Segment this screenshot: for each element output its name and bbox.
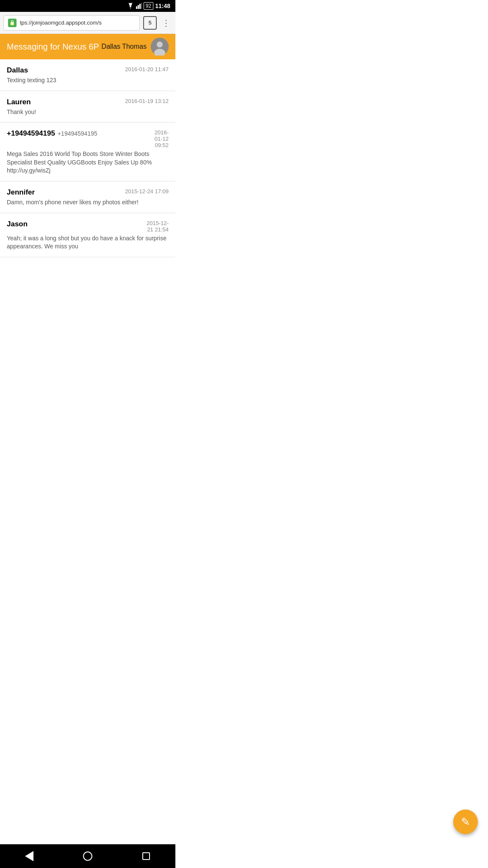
message-header: +19494594195 +19494594195 2016- 01-12 09…: [7, 129, 169, 148]
message-time: 2016- 01-12 09:52: [155, 129, 169, 148]
message-preview: Thank you!: [7, 108, 169, 117]
browser-menu-button[interactable]: ⋮: [160, 17, 172, 29]
message-header: Dallas 2016-01-20 11:47: [7, 66, 169, 75]
user-name: Dallas Thomas: [102, 43, 147, 50]
time-line3: 09:52: [155, 142, 169, 148]
battery-indicator: 92: [144, 2, 153, 10]
svg-rect-1: [138, 5, 139, 9]
lock-icon: [8, 19, 17, 27]
message-time: 2015-12- 21 21:54: [147, 220, 169, 233]
browser-bar: tps://joinjoaomgcd.appspot.com/s 5 ⋮: [0, 12, 175, 34]
svg-point-5: [157, 42, 163, 47]
message-item[interactable]: Jennifer 2015-12-24 17:09 Damn, mom's ph…: [0, 181, 175, 213]
svg-rect-3: [141, 3, 142, 9]
contact-name: Jason: [7, 220, 28, 228]
message-preview: Damn, mom's phone never likes my photos …: [7, 198, 169, 207]
contact-name-row: Jennifer: [7, 188, 35, 197]
url-box[interactable]: tps://joinjoaomgcd.appspot.com/s: [3, 15, 140, 31]
contact-name-row: Lauren: [7, 98, 31, 106]
contact-name-row: Dallas: [7, 66, 28, 75]
url-text: tps://joinjoaomgcd.appspot.com/s: [20, 19, 102, 26]
app-header: Messaging for Nexus 6P Dallas Thomas: [0, 34, 175, 59]
user-info: Dallas Thomas: [102, 38, 169, 56]
tab-count[interactable]: 5: [143, 16, 157, 30]
status-icons: 92 11:48: [127, 2, 170, 10]
message-item[interactable]: +19494594195 +19494594195 2016- 01-12 09…: [0, 122, 175, 181]
svg-rect-2: [139, 4, 141, 9]
time-line2: 01-12: [155, 136, 169, 142]
wifi-icon: [127, 3, 134, 9]
message-preview: Yeah; it was a long shot but you do have…: [7, 234, 169, 251]
status-bar: 92 11:48: [0, 0, 175, 12]
message-time: 2016-01-20 11:47: [125, 66, 169, 72]
svg-rect-0: [136, 6, 137, 9]
signal-icon: [136, 3, 142, 9]
contact-name: Lauren: [7, 98, 31, 106]
message-header: Lauren 2016-01-19 13:12: [7, 98, 169, 106]
contact-name: Jennifer: [7, 188, 35, 197]
avatar-image: [151, 38, 169, 56]
time-line1: 2015-12-: [147, 220, 169, 226]
time-line1: 2016-: [155, 129, 169, 136]
contact-name-row: Jason: [7, 220, 28, 228]
app-title: Messaging for Nexus 6P: [7, 42, 99, 52]
message-item[interactable]: Jason 2015-12- 21 21:54 Yeah; it was a l…: [0, 213, 175, 257]
message-time: 2016-01-19 13:12: [125, 98, 169, 104]
contact-name: Dallas: [7, 66, 28, 75]
message-list: Dallas 2016-01-20 11:47 Texting texting …: [0, 59, 175, 257]
contact-name-row: +19494594195 +19494594195: [7, 129, 97, 138]
message-header: Jason 2015-12- 21 21:54: [7, 220, 169, 233]
message-preview: Mega Sales 2016 World Top Boots Store Wi…: [7, 150, 169, 175]
time-line2: 21 21:54: [147, 226, 169, 233]
message-item[interactable]: Lauren 2016-01-19 13:12 Thank you!: [0, 91, 175, 123]
message-header: Jennifer 2015-12-24 17:09: [7, 188, 169, 197]
message-item[interactable]: Dallas 2016-01-20 11:47 Texting texting …: [0, 59, 175, 91]
contact-name: +19494594195: [7, 129, 55, 138]
status-time: 11:48: [155, 3, 170, 9]
contact-number: +19494594195: [58, 130, 97, 137]
avatar: [151, 38, 169, 56]
message-preview: Texting texting 123: [7, 76, 169, 85]
message-time: 2015-12-24 17:09: [125, 188, 169, 195]
